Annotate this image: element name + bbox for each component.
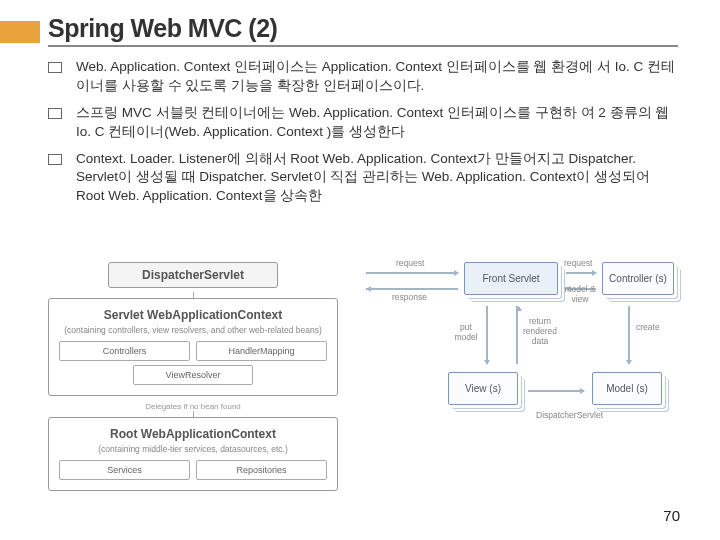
- left-diagram: DispatcherServlet Servlet WebApplication…: [48, 262, 338, 497]
- bullet-icon: [48, 62, 62, 73]
- viewresolver-box: ViewResolver: [133, 365, 254, 385]
- bullet-text: Web. Application. Context 인터페이스는 Applica…: [76, 58, 678, 96]
- response-label: response: [392, 292, 427, 302]
- servlet-wac-title: Servlet WebApplicationContext: [59, 305, 327, 325]
- putmodel-label: put model: [452, 322, 480, 342]
- list-item: Context. Loader. Listener에 의해서 Root Web.…: [48, 150, 678, 207]
- servlet-wac-sub: (containing controllers, view resolvers,…: [59, 325, 327, 335]
- dispatcher-box: DispatcherServlet: [108, 262, 278, 288]
- list-item: Web. Application. Context 인터페이스는 Applica…: [48, 58, 678, 96]
- bullet-icon: [48, 154, 62, 165]
- view-box: View (s): [448, 372, 518, 405]
- list-item: 스프링 MVC 서블릿 컨테이너에는 Web. Application. Con…: [48, 104, 678, 142]
- dispatcher-label: DispatcherServlet: [536, 410, 603, 420]
- return-label: return rendered data: [520, 316, 560, 346]
- controllers-box: Controllers: [59, 341, 190, 361]
- arrow-icon: [486, 306, 488, 364]
- handlermapping-box: HandlerMapping: [196, 341, 327, 361]
- arrow-icon: [516, 306, 518, 364]
- bullet-list: Web. Application. Context 인터페이스는 Applica…: [48, 58, 678, 214]
- modelview-label: model & view: [560, 284, 600, 304]
- controller-box: Controller (s): [602, 262, 674, 295]
- bullet-text: 스프링 MVC 서블릿 컨테이너에는 Web. Application. Con…: [76, 104, 678, 142]
- right-diagram: Front Servlet Controller (s) View (s) Mo…: [356, 262, 678, 497]
- root-wac-title: Root WebApplicationContext: [59, 424, 327, 444]
- accent-bar: [0, 21, 40, 43]
- request-label: request: [396, 258, 424, 268]
- page-number: 70: [663, 507, 680, 524]
- arrow-icon: [628, 306, 630, 364]
- model-box: Model (s): [592, 372, 662, 405]
- bullet-icon: [48, 108, 62, 119]
- arrow-icon: [366, 272, 458, 274]
- servlet-wac-box: Servlet WebApplicationContext (containin…: [48, 298, 338, 396]
- request-label: request: [564, 258, 592, 268]
- bullet-text: Context. Loader. Listener에 의해서 Root Web.…: [76, 150, 678, 207]
- repositories-box: Repositories: [196, 460, 327, 480]
- root-wac-sub: (containing middle-tier services, dataso…: [59, 444, 327, 454]
- delegates-label: Delegates if no bean found: [48, 402, 338, 411]
- arrow-icon: [528, 390, 584, 392]
- services-box: Services: [59, 460, 190, 480]
- front-servlet-box: Front Servlet: [464, 262, 558, 295]
- page-title: Spring Web MVC (2): [48, 14, 678, 47]
- diagrams-row: DispatcherServlet Servlet WebApplication…: [48, 262, 678, 497]
- arrow-icon: [566, 272, 596, 274]
- root-wac-box: Root WebApplicationContext (containing m…: [48, 417, 338, 491]
- create-label: create: [636, 322, 660, 332]
- arrow-icon: [366, 288, 458, 290]
